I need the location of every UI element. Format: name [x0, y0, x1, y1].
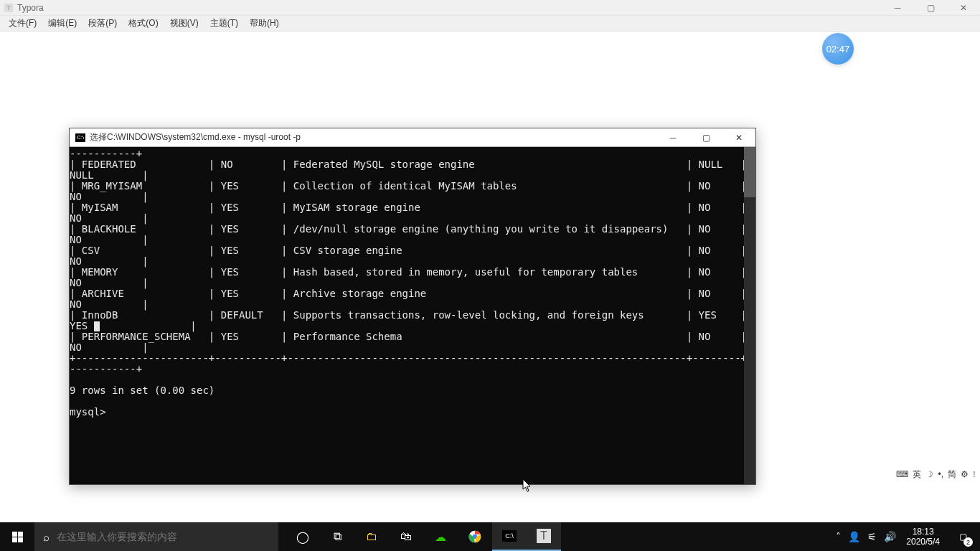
- tray-people-icon[interactable]: 👤: [848, 531, 860, 542]
- ime-punct-toggle[interactable]: •,: [938, 469, 943, 479]
- menu-view[interactable]: 视图(V): [164, 16, 204, 31]
- cmd-scrollbar-thumb[interactable]: [744, 147, 755, 197]
- menu-edit[interactable]: 编辑(E): [42, 16, 83, 31]
- ime-keyboard-icon[interactable]: ⌨: [896, 469, 908, 479]
- cmd-window: C:\ 选择C:\WINDOWS\system32\cmd.exe - mysq…: [69, 128, 756, 485]
- tray-datetime[interactable]: 18:13 2020/5/4: [903, 527, 943, 547]
- window-maximize-button[interactable]: ▢: [914, 0, 947, 16]
- wechat-icon: ☁: [433, 529, 448, 545]
- ime-settings-icon[interactable]: ⚙: [961, 469, 969, 479]
- tray-wifi-icon[interactable]: ⚟: [867, 531, 877, 542]
- action-center-button[interactable]: ▢ 2: [950, 522, 976, 551]
- ime-more-icon[interactable]: ⁝: [973, 469, 976, 479]
- typora-logo-icon: T: [4, 4, 13, 12]
- cmd-scrollbar[interactable]: [744, 147, 755, 484]
- window-close-button[interactable]: ✕: [947, 0, 980, 16]
- ime-simp-trad-toggle[interactable]: 简: [948, 468, 956, 481]
- windows-logo-icon: [12, 532, 23, 542]
- task-view-icon: ⧉: [329, 529, 345, 545]
- menu-paragraph[interactable]: 段落(P): [83, 16, 123, 31]
- ime-lang-toggle[interactable]: 英: [913, 468, 921, 481]
- typora-titlebar: T Typora ─ ▢ ✕: [0, 0, 980, 16]
- typora-icon: T: [537, 529, 551, 543]
- clock-text: 02:47: [826, 44, 850, 55]
- microsoft-store-button[interactable]: 🛍: [389, 522, 423, 551]
- cmd-maximize-button[interactable]: ▢: [689, 128, 722, 147]
- terminal-icon: C:\: [502, 530, 517, 542]
- taskbar-search-input[interactable]: [57, 531, 270, 542]
- cortana-icon: ◯: [295, 529, 311, 545]
- search-icon: ⌕: [43, 531, 50, 543]
- floating-clock-widget[interactable]: 02:47: [822, 33, 854, 65]
- tray-expand-icon[interactable]: ˄: [836, 531, 841, 542]
- cmd-terminal-output[interactable]: -----------+ | FEDERATED | NO | Federate…: [70, 147, 744, 484]
- typora-menubar: 文件(F) 编辑(E) 段落(P) 格式(O) 视图(V) 主题(T) 帮助(H…: [0, 16, 980, 32]
- tray-time: 18:13: [906, 527, 940, 537]
- windows-taskbar: ⌕ ◯ ⧉ 🗀 🛍 ☁ C:\ T ˄ 👤 ⚟ 🔊 18:13 2020/5/4…: [0, 522, 980, 551]
- cmd-titlebar[interactable]: C:\ 选择C:\WINDOWS\system32\cmd.exe - mysq…: [70, 128, 755, 147]
- menu-theme[interactable]: 主题(T): [204, 16, 244, 31]
- file-explorer-button[interactable]: 🗀: [354, 522, 389, 551]
- window-minimize-button[interactable]: ─: [881, 0, 914, 16]
- ime-moon-icon[interactable]: ☽: [925, 469, 933, 479]
- chrome-icon: [467, 529, 483, 545]
- start-button[interactable]: [0, 522, 34, 551]
- folder-icon: 🗀: [364, 529, 380, 545]
- cmd-title: 选择C:\WINDOWS\system32\cmd.exe - mysql -u…: [90, 131, 301, 143]
- cortana-button[interactable]: ◯: [286, 522, 320, 551]
- ime-toolbar[interactable]: ⌨ 英 ☽ •, 简 ⚙ ⁝: [892, 466, 980, 482]
- cmd-icon: C:\: [75, 133, 85, 142]
- wechat-button[interactable]: ☁: [423, 522, 458, 551]
- cmd-taskbar-button[interactable]: C:\: [492, 522, 527, 551]
- task-view-button[interactable]: ⧉: [320, 522, 354, 551]
- chrome-button[interactable]: [458, 522, 492, 551]
- cmd-close-button[interactable]: ✕: [722, 128, 755, 147]
- store-icon: 🛍: [398, 529, 414, 545]
- taskbar-search[interactable]: ⌕: [34, 522, 278, 551]
- typora-taskbar-button[interactable]: T: [527, 522, 561, 551]
- menu-help[interactable]: 帮助(H): [244, 16, 285, 31]
- tray-volume-icon[interactable]: 🔊: [884, 531, 896, 542]
- menu-format[interactable]: 格式(O): [123, 16, 164, 31]
- tray-date: 2020/5/4: [906, 537, 940, 547]
- notification-badge: 2: [963, 537, 973, 547]
- app-title: Typora: [17, 3, 44, 13]
- cmd-minimize-button[interactable]: ─: [656, 128, 689, 147]
- menu-file[interactable]: 文件(F): [3, 16, 42, 31]
